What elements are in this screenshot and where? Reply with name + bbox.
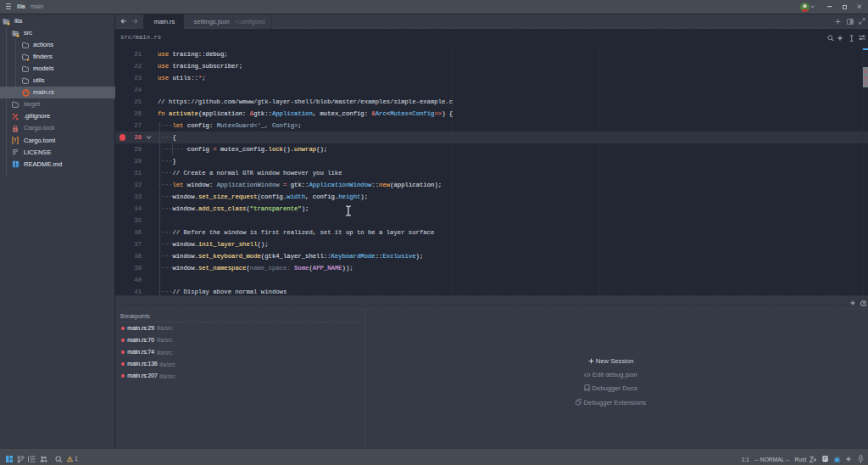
svg-text:?: ? — [862, 301, 865, 305]
